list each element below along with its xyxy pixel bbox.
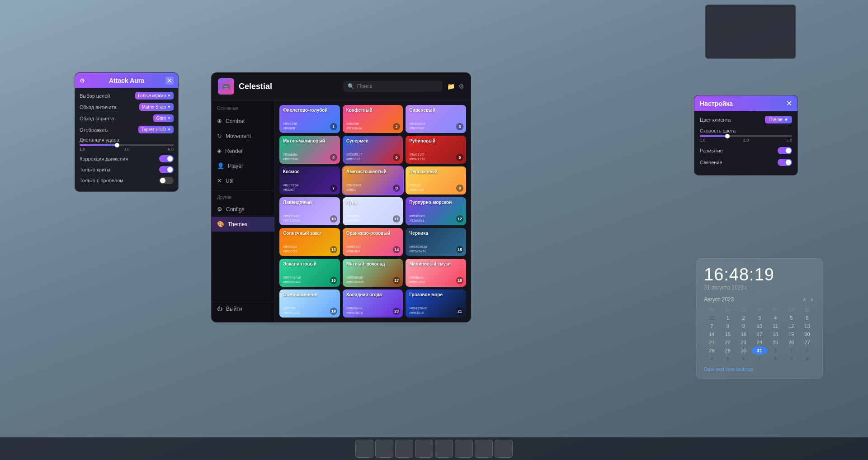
calendar-cell-5[interactable]: 5	[783, 314, 799, 322]
taskbar-item-6[interactable]	[455, 440, 473, 458]
calendar-cell-1[interactable]: 1	[768, 346, 783, 355]
calendar-cell-16[interactable]: 16	[736, 330, 751, 338]
calendar-cell-10[interactable]: 10	[751, 322, 767, 330]
theme-card-13[interactable]: Солнечный закат #ffff4500 #ffffa500 13	[279, 228, 340, 256]
calendar-cell-4[interactable]: 4	[704, 355, 720, 363]
sidebar-item-configs[interactable]: ⚙ Configs	[212, 202, 274, 217]
calendar-cell-11[interactable]: 11	[768, 322, 783, 330]
sidebar-item-util[interactable]: ✕ Util	[212, 173, 274, 188]
calendar-cell-8[interactable]: 8	[720, 322, 736, 330]
folder-icon[interactable]: 📁	[447, 83, 455, 90]
calendar-cell-23[interactable]: 23	[736, 338, 751, 346]
taskbar-item-2[interactable]	[375, 440, 393, 458]
calendar-prev-btn[interactable]: ∧	[802, 296, 807, 303]
attack-aura-close-btn[interactable]: ✕	[165, 76, 174, 85]
sidebar-item-combat[interactable]: ⊕ Combat	[212, 114, 274, 128]
calendar-cell-20[interactable]: 20	[799, 330, 815, 338]
toggle-glow[interactable]	[778, 159, 792, 166]
calendar-cell-25[interactable]: 25	[768, 338, 783, 346]
distance-slider-track[interactable]	[80, 144, 174, 146]
calendar-next-btn[interactable]: ∨	[809, 296, 815, 303]
calendar-week-3: 21222324252627	[704, 338, 815, 346]
calendar-cell-28[interactable]: 28	[704, 346, 720, 355]
toggle-blur[interactable]	[778, 147, 792, 154]
calendar-cell-19[interactable]: 19	[783, 330, 799, 338]
calendar-cell-5[interactable]: 5	[720, 355, 736, 363]
calendar-cell-30[interactable]: 30	[736, 346, 751, 355]
calendar-cell-15[interactable]: 15	[720, 330, 736, 338]
target-dropdown[interactable]: Голые игроки ▼	[135, 92, 174, 100]
calendar-cell-31[interactable]: 31	[751, 346, 767, 355]
calendar-cell-3[interactable]: 3	[751, 314, 767, 322]
sidebar-exit[interactable]: ⏻ Выйти	[212, 301, 274, 317]
taskbar-item-7[interactable]	[475, 440, 493, 458]
theme-card-4[interactable]: Мятно-малиновый #ff0abfbc #ffffc354c 4	[279, 136, 340, 164]
calendar-cell-18[interactable]: 18	[768, 330, 783, 338]
search-input[interactable]	[357, 83, 438, 90]
taskbar-item-5[interactable]	[435, 440, 453, 458]
calendar-cell-9[interactable]: 9	[783, 355, 799, 363]
taskbar-item-4[interactable]	[415, 440, 433, 458]
calendar-footer[interactable]: Date and time settings	[704, 366, 815, 372]
calendar-cell-26[interactable]: 26	[783, 338, 799, 346]
theme-card-20[interactable]: Холодная ягода #ffffd5cea #fff8c087a 20	[343, 289, 403, 318]
theme-card-19[interactable]: Обмороженние #fffff0ffff #fff001111 19	[279, 289, 340, 318]
calendar-cell-27[interactable]: 27	[799, 338, 815, 346]
toggle-movement[interactable]	[159, 155, 174, 162]
theme-card-15[interactable]: Черника #ffff29293d #fff5a5a7a 15	[406, 228, 466, 256]
calendar-cell-17[interactable]: 17	[751, 330, 767, 338]
calendar-cell-6[interactable]: 6	[736, 355, 751, 363]
settings-icon[interactable]: ⚙	[458, 83, 464, 90]
toggle-space[interactable]	[159, 177, 174, 184]
calendar-cell-12[interactable]: 12	[783, 322, 799, 330]
calendar-cell-29[interactable]: 29	[720, 346, 736, 355]
color-client-dropdown[interactable]: Theme ▼	[765, 116, 792, 123]
sidebar-item-render[interactable]: ◈ Render	[212, 143, 274, 158]
sidebar-item-themes[interactable]: 🎨 Themes	[212, 217, 274, 232]
theme-card-3[interactable]: Сиреневый #ffcBa2c8 #ffb93b8f 3	[406, 105, 466, 133]
theme-card-16[interactable]: Эвкалиптовый #ffff44d7a8 #ffff006442 16	[279, 259, 340, 287]
taskbar-item-3[interactable]	[395, 440, 413, 458]
calendar-cell-10[interactable]: 10	[799, 355, 815, 363]
theme-card-14[interactable]: Оранжево-розовый #fffff6347 #ffff69b4 14	[343, 228, 403, 256]
sidebar-item-movement[interactable]: ↻ Movement	[212, 128, 274, 143]
calendar-cell-3[interactable]: 3	[799, 346, 815, 355]
calendar-cell-7[interactable]: 7	[751, 355, 767, 363]
display-dropdown[interactable]: Таргет-HUD ▼	[138, 126, 174, 133]
calendar-cell-14[interactable]: 14	[704, 330, 720, 338]
calendar-cell-2[interactable]: 2	[783, 346, 799, 355]
calendar-cell-31[interactable]: 31	[704, 314, 720, 322]
theme-card-9[interactable]: Персиковый #ffffcba #fff47c64 9	[406, 166, 466, 194]
calendar-cell-24[interactable]: 24	[751, 338, 767, 346]
theme-card-5[interactable]: Супермен #ff009917 #ffff1712 5	[343, 136, 403, 164]
speed-slider-track[interactable]	[700, 135, 792, 137]
calendar-cell-22[interactable]: 22	[720, 338, 736, 346]
theme-card-1[interactable]: Фиолетово-голубой #ff5433ff #ff00rfff 1	[279, 105, 340, 133]
theme-card-21[interactable]: Грозовое море #ffff4158d0 #fffff3515 21	[406, 289, 466, 318]
sidebar-item-player[interactable]: 👤 Player	[212, 158, 274, 173]
calendar-cell-6[interactable]: 6	[799, 314, 815, 322]
calendar-cell-21[interactable]: 21	[704, 338, 720, 346]
calendar-cell-7[interactable]: 7	[704, 322, 720, 330]
theme-card-8[interactable]: Аметисто-желтый #fffe5433 #ffff00 8	[343, 166, 403, 194]
theme-card-11[interactable]: Луна #fffa3f5c #ffa3f5c4 11	[343, 197, 403, 225]
settings-close-btn[interactable]: ✕	[786, 99, 792, 108]
theme-card-2[interactable]: Конфетный #fffc00ff #ff00dbde 2	[343, 105, 403, 133]
taskbar-item-8[interactable]	[495, 440, 513, 458]
theme-card-12[interactable]: Пурпурно-морской #ffff360c3 #ff2ebf91 12	[406, 197, 466, 225]
sprint-dropdown[interactable]: Grim ▼	[153, 114, 174, 122]
calendar-cell-8[interactable]: 8	[768, 355, 783, 363]
theme-card-7[interactable]: Космос #ffcc3764 #ff3267 7	[279, 166, 340, 194]
theme-card-18[interactable]: Малиновый смузи #ffffffb6c1 #ffffff1493 …	[406, 259, 466, 287]
theme-card-17[interactable]: Мятный шоколад #ffff98fb98 #ffff006400 1…	[343, 259, 403, 287]
anticheat-dropdown[interactable]: Matrix Snap ▼	[139, 103, 174, 111]
toggle-crits[interactable]	[159, 166, 174, 173]
taskbar-item-1[interactable]	[355, 440, 373, 458]
calendar-cell-9[interactable]: 9	[736, 322, 751, 330]
calendar-cell-2[interactable]: 2	[736, 314, 751, 322]
theme-card-10[interactable]: Лавандовый #fffb57edc #fff7150c0 10	[279, 197, 340, 225]
calendar-cell-1[interactable]: 1	[720, 314, 736, 322]
theme-card-6[interactable]: Рубиновый #ffe0115f #ff9b111e 6	[406, 136, 466, 164]
calendar-cell-4[interactable]: 4	[768, 314, 783, 322]
calendar-cell-13[interactable]: 13	[799, 322, 815, 330]
